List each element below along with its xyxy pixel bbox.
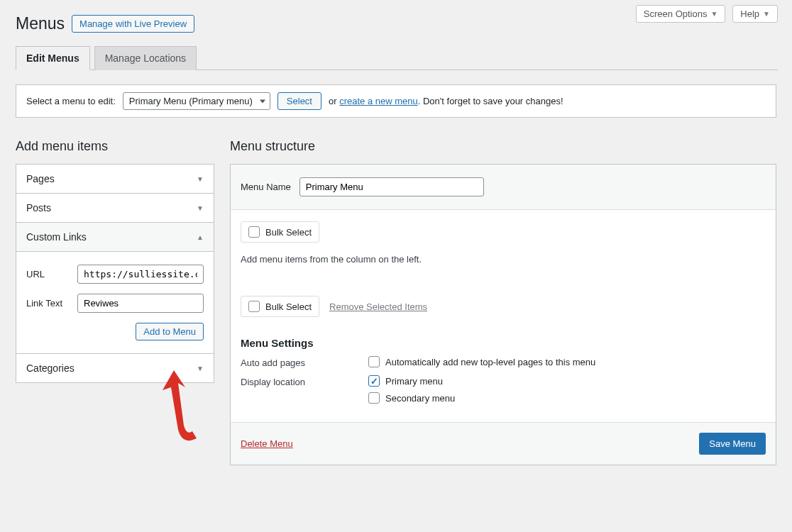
- instruction-text: Add menu items from the column on the le…: [241, 254, 766, 265]
- help-button[interactable]: Help ▼: [732, 5, 778, 23]
- live-preview-button[interactable]: Manage with Live Preview: [72, 15, 194, 33]
- bulk-select-button-2[interactable]: Bulk Select: [241, 296, 319, 317]
- checkbox-icon: [248, 301, 260, 312]
- display-location-label: Display location: [241, 375, 368, 387]
- accordion-posts-label: Posts: [26, 202, 51, 214]
- bulk-select-button[interactable]: Bulk Select: [241, 221, 319, 243]
- secondary-menu-text: Secondary menu: [385, 393, 455, 404]
- custom-links-body: URL Link Text Add to Menu: [16, 251, 214, 353]
- help-label: Help: [740, 9, 759, 19]
- link-text-input[interactable]: [77, 294, 204, 313]
- tab-edit-menus[interactable]: Edit Menus: [16, 46, 90, 70]
- save-menu-button[interactable]: Save Menu: [699, 433, 766, 455]
- primary-menu-checkbox[interactable]: Primary menu: [368, 375, 455, 387]
- auto-add-option-text: Automatically add new top-level pages to…: [385, 357, 595, 367]
- accordion-categories-label: Categories: [26, 362, 75, 374]
- accordion-categories[interactable]: Categories ▼: [16, 354, 214, 382]
- checkbox-checked-icon: [368, 375, 380, 387]
- page-title: Menus: [16, 14, 65, 33]
- bulk-select-label: Bulk Select: [265, 227, 312, 238]
- add-items-accordion: Pages ▼ Posts ▼ Custom Links ▲ URL: [16, 164, 214, 383]
- create-new-menu-link[interactable]: create a new menu: [339, 96, 418, 106]
- delete-menu-link[interactable]: Delete Menu: [241, 438, 293, 449]
- caret-down-icon: ▼: [763, 10, 770, 18]
- accordion-pages-label: Pages: [26, 173, 55, 184]
- checkbox-icon: [248, 226, 260, 238]
- secondary-menu-checkbox[interactable]: Secondary menu: [368, 392, 455, 404]
- add-items-title: Add menu items: [16, 139, 214, 154]
- caret-down-icon: ▼: [197, 175, 204, 183]
- accordion-posts[interactable]: Posts ▼: [16, 194, 214, 222]
- accordion-pages[interactable]: Pages ▼: [16, 165, 214, 193]
- menu-settings-title: Menu Settings: [241, 337, 766, 349]
- menu-structure-title: Menu structure: [230, 139, 776, 154]
- screen-options-button[interactable]: Screen Options ▼: [636, 5, 726, 23]
- or-text: or create a new menu. Don't forget to sa…: [329, 96, 563, 106]
- add-to-menu-button[interactable]: Add to Menu: [136, 323, 204, 340]
- menu-name-label: Menu Name: [241, 182, 291, 192]
- menu-dropdown-value: Primary Menu (Primary menu): [129, 96, 253, 106]
- caret-down-icon: ▼: [710, 10, 717, 18]
- auto-add-checkbox[interactable]: Automatically add new top-level pages to…: [368, 356, 595, 367]
- url-label: URL: [26, 269, 77, 279]
- tab-manage-locations[interactable]: Manage Locations: [94, 46, 197, 70]
- accordion-custom-links-label: Custom Links: [26, 231, 87, 243]
- auto-add-label: Auto add pages: [241, 356, 368, 368]
- accordion-custom-links[interactable]: Custom Links ▲: [16, 223, 214, 251]
- caret-up-icon: ▲: [197, 233, 204, 241]
- caret-down-icon: ▼: [197, 204, 204, 212]
- primary-menu-text: Primary menu: [385, 376, 443, 387]
- url-input[interactable]: [77, 265, 204, 284]
- caret-down-icon: ▼: [197, 365, 204, 372]
- menu-name-input[interactable]: [299, 177, 484, 196]
- link-text-label: Link Text: [26, 298, 77, 309]
- menu-structure-panel: Menu Name Bulk Select Add menu items fro…: [230, 164, 776, 465]
- menu-select-bar: Select a menu to edit: Primary Menu (Pri…: [16, 84, 776, 118]
- checkbox-icon: [368, 392, 380, 404]
- checkbox-icon: [368, 356, 380, 367]
- menu-dropdown[interactable]: Primary Menu (Primary menu): [123, 92, 270, 110]
- select-button[interactable]: Select: [277, 92, 321, 110]
- bulk-select-label: Bulk Select: [265, 301, 312, 312]
- remove-selected-link[interactable]: Remove Selected Items: [329, 301, 427, 312]
- select-menu-label: Select a menu to edit:: [26, 96, 116, 106]
- screen-options-label: Screen Options: [644, 9, 708, 19]
